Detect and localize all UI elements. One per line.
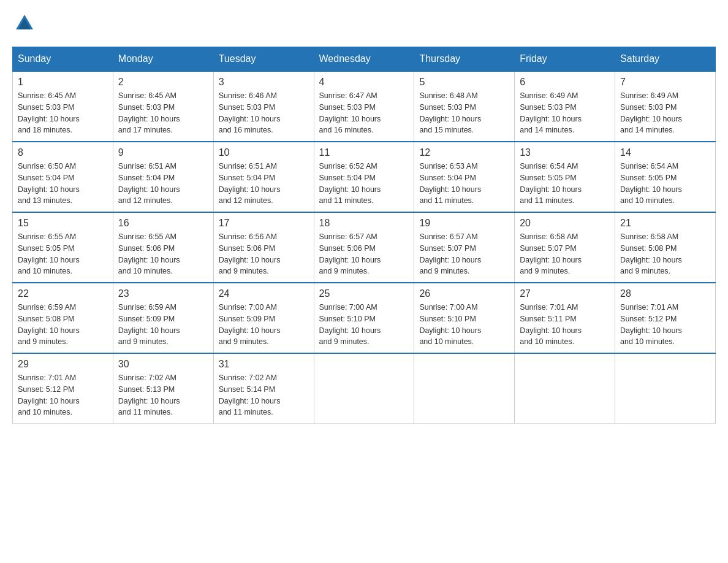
day-info: Sunrise: 6:45 AMSunset: 5:03 PMDaylight:… [18, 90, 108, 136]
day-info: Sunrise: 7:00 AMSunset: 5:10 PMDaylight:… [419, 302, 509, 348]
calendar-cell: 3 Sunrise: 6:46 AMSunset: 5:03 PMDayligh… [213, 71, 314, 142]
day-number: 26 [419, 288, 509, 299]
calendar-cell [615, 353, 716, 424]
calendar-cell: 22 Sunrise: 6:59 AMSunset: 5:08 PMDaylig… [13, 283, 113, 353]
calendar-cell [414, 353, 515, 424]
day-info: Sunrise: 6:54 AMSunset: 5:05 PMDaylight:… [620, 161, 710, 207]
day-info: Sunrise: 6:59 AMSunset: 5:09 PMDaylight:… [118, 302, 208, 348]
day-number: 15 [18, 218, 108, 229]
weekday-header-monday: Monday [113, 47, 213, 72]
calendar-cell: 24 Sunrise: 7:00 AMSunset: 5:09 PMDaylig… [213, 283, 314, 353]
weekday-header-row: SundayMondayTuesdayWednesdayThursdayFrid… [13, 47, 716, 72]
calendar-cell: 28 Sunrise: 7:01 AMSunset: 5:12 PMDaylig… [615, 283, 716, 353]
day-number: 3 [219, 77, 309, 88]
day-info: Sunrise: 7:02 AMSunset: 5:14 PMDaylight:… [219, 372, 309, 418]
day-number: 30 [118, 359, 208, 370]
calendar-cell: 6 Sunrise: 6:49 AMSunset: 5:03 PMDayligh… [515, 71, 615, 142]
calendar-cell: 14 Sunrise: 6:54 AMSunset: 5:05 PMDaylig… [615, 142, 716, 212]
weekday-header-wednesday: Wednesday [314, 47, 414, 72]
day-number: 9 [118, 147, 208, 158]
day-info: Sunrise: 6:59 AMSunset: 5:08 PMDaylight:… [18, 302, 108, 348]
day-number: 25 [319, 288, 409, 299]
day-number: 16 [118, 218, 208, 229]
calendar-cell: 31 Sunrise: 7:02 AMSunset: 5:14 PMDaylig… [213, 353, 314, 424]
calendar-week-2: 8 Sunrise: 6:50 AMSunset: 5:04 PMDayligh… [13, 142, 716, 212]
calendar-cell: 4 Sunrise: 6:47 AMSunset: 5:03 PMDayligh… [314, 71, 414, 142]
calendar-cell: 9 Sunrise: 6:51 AMSunset: 5:04 PMDayligh… [113, 142, 213, 212]
day-info: Sunrise: 6:56 AMSunset: 5:06 PMDaylight:… [219, 231, 309, 277]
calendar-cell: 27 Sunrise: 7:01 AMSunset: 5:11 PMDaylig… [515, 283, 615, 353]
day-info: Sunrise: 7:01 AMSunset: 5:12 PMDaylight:… [18, 372, 108, 418]
day-info: Sunrise: 7:00 AMSunset: 5:09 PMDaylight:… [219, 302, 309, 348]
calendar-cell: 17 Sunrise: 6:56 AMSunset: 5:06 PMDaylig… [213, 212, 314, 283]
calendar-cell: 1 Sunrise: 6:45 AMSunset: 5:03 PMDayligh… [13, 71, 113, 142]
day-info: Sunrise: 6:53 AMSunset: 5:04 PMDaylight:… [419, 161, 509, 207]
calendar-cell: 11 Sunrise: 6:52 AMSunset: 5:04 PMDaylig… [314, 142, 414, 212]
day-info: Sunrise: 7:01 AMSunset: 5:12 PMDaylight:… [620, 302, 710, 348]
day-number: 18 [319, 218, 409, 229]
calendar-cell: 5 Sunrise: 6:48 AMSunset: 5:03 PMDayligh… [414, 71, 515, 142]
calendar-cell: 25 Sunrise: 7:00 AMSunset: 5:10 PMDaylig… [314, 283, 414, 353]
day-info: Sunrise: 6:52 AMSunset: 5:04 PMDaylight:… [319, 161, 409, 207]
day-number: 23 [118, 288, 208, 299]
day-number: 4 [319, 77, 409, 88]
day-info: Sunrise: 6:57 AMSunset: 5:06 PMDaylight:… [319, 231, 409, 277]
calendar-cell: 12 Sunrise: 6:53 AMSunset: 5:04 PMDaylig… [414, 142, 515, 212]
weekday-header-tuesday: Tuesday [213, 47, 314, 72]
weekday-header-friday: Friday [515, 47, 615, 72]
day-info: Sunrise: 6:47 AMSunset: 5:03 PMDaylight:… [319, 90, 409, 136]
calendar-cell [314, 353, 414, 424]
day-info: Sunrise: 6:55 AMSunset: 5:05 PMDaylight:… [18, 231, 108, 277]
calendar-week-1: 1 Sunrise: 6:45 AMSunset: 5:03 PMDayligh… [13, 71, 716, 142]
day-info: Sunrise: 6:49 AMSunset: 5:03 PMDaylight:… [520, 90, 610, 136]
calendar-table: SundayMondayTuesdayWednesdayThursdayFrid… [12, 47, 716, 424]
day-info: Sunrise: 6:51 AMSunset: 5:04 PMDaylight:… [219, 161, 309, 207]
day-info: Sunrise: 6:50 AMSunset: 5:04 PMDaylight:… [18, 161, 108, 207]
day-number: 20 [520, 218, 610, 229]
calendar-cell: 8 Sunrise: 6:50 AMSunset: 5:04 PMDayligh… [13, 142, 113, 212]
calendar-week-5: 29 Sunrise: 7:01 AMSunset: 5:12 PMDaylig… [13, 353, 716, 424]
calendar-cell: 29 Sunrise: 7:01 AMSunset: 5:12 PMDaylig… [13, 353, 113, 424]
calendar-cell: 10 Sunrise: 6:51 AMSunset: 5:04 PMDaylig… [213, 142, 314, 212]
day-info: Sunrise: 6:54 AMSunset: 5:05 PMDaylight:… [520, 161, 610, 207]
calendar-cell [515, 353, 615, 424]
day-number: 10 [219, 147, 309, 158]
calendar-week-3: 15 Sunrise: 6:55 AMSunset: 5:05 PMDaylig… [13, 212, 716, 283]
calendar-cell: 16 Sunrise: 6:55 AMSunset: 5:06 PMDaylig… [113, 212, 213, 283]
calendar-cell: 18 Sunrise: 6:57 AMSunset: 5:06 PMDaylig… [314, 212, 414, 283]
calendar-cell: 23 Sunrise: 6:59 AMSunset: 5:09 PMDaylig… [113, 283, 213, 353]
page-header [12, 12, 716, 34]
day-number: 31 [219, 359, 309, 370]
day-number: 13 [520, 147, 610, 158]
day-info: Sunrise: 6:48 AMSunset: 5:03 PMDaylight:… [419, 90, 509, 136]
day-info: Sunrise: 7:01 AMSunset: 5:11 PMDaylight:… [520, 302, 610, 348]
day-number: 14 [620, 147, 710, 158]
day-number: 27 [520, 288, 610, 299]
day-info: Sunrise: 6:49 AMSunset: 5:03 PMDaylight:… [620, 90, 710, 136]
calendar-cell: 26 Sunrise: 7:00 AMSunset: 5:10 PMDaylig… [414, 283, 515, 353]
day-number: 29 [18, 359, 108, 370]
calendar-week-4: 22 Sunrise: 6:59 AMSunset: 5:08 PMDaylig… [13, 283, 716, 353]
day-number: 12 [419, 147, 509, 158]
day-number: 1 [18, 77, 108, 88]
day-number: 22 [18, 288, 108, 299]
calendar-cell: 21 Sunrise: 6:58 AMSunset: 5:08 PMDaylig… [615, 212, 716, 283]
weekday-header-saturday: Saturday [615, 47, 716, 72]
day-info: Sunrise: 6:46 AMSunset: 5:03 PMDaylight:… [219, 90, 309, 136]
day-info: Sunrise: 6:58 AMSunset: 5:08 PMDaylight:… [620, 231, 710, 277]
day-info: Sunrise: 6:58 AMSunset: 5:07 PMDaylight:… [520, 231, 610, 277]
day-number: 7 [620, 77, 710, 88]
day-number: 24 [219, 288, 309, 299]
weekday-header-sunday: Sunday [13, 47, 113, 72]
logo-icon [13, 12, 36, 34]
day-number: 19 [419, 218, 509, 229]
day-number: 5 [419, 77, 509, 88]
weekday-header-thursday: Thursday [414, 47, 515, 72]
logo [12, 12, 37, 34]
day-info: Sunrise: 6:45 AMSunset: 5:03 PMDaylight:… [118, 90, 208, 136]
calendar-cell: 30 Sunrise: 7:02 AMSunset: 5:13 PMDaylig… [113, 353, 213, 424]
day-info: Sunrise: 6:55 AMSunset: 5:06 PMDaylight:… [118, 231, 208, 277]
day-number: 28 [620, 288, 710, 299]
day-info: Sunrise: 6:51 AMSunset: 5:04 PMDaylight:… [118, 161, 208, 207]
calendar-cell: 15 Sunrise: 6:55 AMSunset: 5:05 PMDaylig… [13, 212, 113, 283]
